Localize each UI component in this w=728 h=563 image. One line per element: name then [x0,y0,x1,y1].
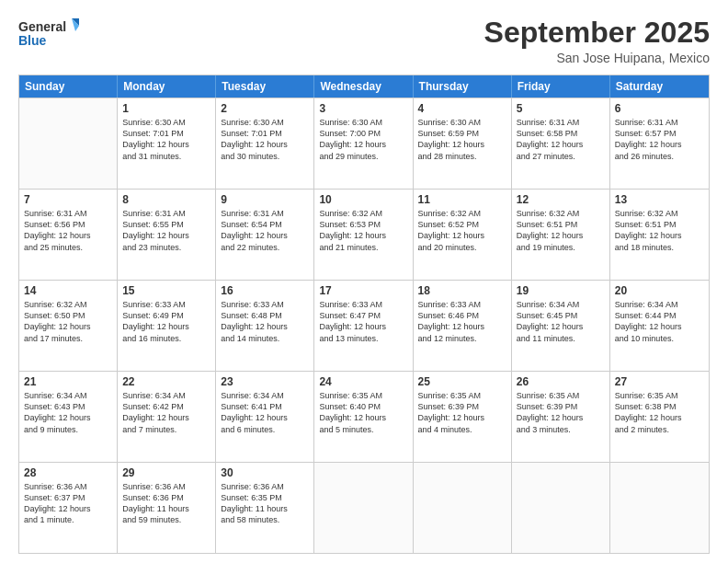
day-info: Sunrise: 6:32 AMSunset: 6:52 PMDaylight:… [418,208,506,253]
day-cell-5: 5Sunrise: 6:31 AMSunset: 6:58 PMDaylight… [512,98,610,189]
day-number: 5 [517,102,605,115]
day-cell-20: 20Sunrise: 6:34 AMSunset: 6:44 PMDayligh… [610,281,709,371]
empty-cell [19,98,118,189]
day-number: 9 [221,193,309,206]
day-number: 24 [319,375,407,388]
day-number: 26 [517,375,605,388]
day-info: Sunrise: 6:36 AMSunset: 6:35 PMDaylight:… [221,481,309,526]
day-cell-21: 21Sunrise: 6:34 AMSunset: 6:43 PMDayligh… [19,372,118,462]
day-info: Sunrise: 6:33 AMSunset: 6:47 PMDaylight:… [319,299,407,344]
day-info: Sunrise: 6:30 AMSunset: 7:01 PMDaylight:… [122,117,210,162]
day-info: Sunrise: 6:34 AMSunset: 6:43 PMDaylight:… [24,390,112,435]
day-info: Sunrise: 6:34 AMSunset: 6:42 PMDaylight:… [122,390,210,435]
week-row-5: 28Sunrise: 6:36 AMSunset: 6:37 PMDayligh… [19,462,709,553]
day-info: Sunrise: 6:36 AMSunset: 6:36 PMDaylight:… [122,481,210,526]
day-info: Sunrise: 6:31 AMSunset: 6:56 PMDaylight:… [24,208,112,253]
day-cell-29: 29Sunrise: 6:36 AMSunset: 6:36 PMDayligh… [118,463,216,553]
empty-cell [610,463,709,553]
day-number: 15 [122,284,210,297]
day-number: 8 [122,193,210,206]
day-cell-24: 24Sunrise: 6:35 AMSunset: 6:40 PMDayligh… [314,372,413,462]
day-number: 4 [418,102,506,115]
day-info: Sunrise: 6:32 AMSunset: 6:50 PMDaylight:… [24,299,112,344]
day-number: 28 [24,466,112,479]
day-info: Sunrise: 6:35 AMSunset: 6:39 PMDaylight:… [517,390,605,435]
day-number: 27 [615,375,704,388]
day-number: 22 [122,375,210,388]
day-cell-16: 16Sunrise: 6:33 AMSunset: 6:48 PMDayligh… [216,281,314,371]
day-cell-25: 25Sunrise: 6:35 AMSunset: 6:39 PMDayligh… [414,372,512,462]
page-header: General Blue September 2025 San Jose Hui… [18,17,710,65]
day-cell-1: 1Sunrise: 6:30 AMSunset: 7:01 PMDaylight… [118,98,216,189]
day-number: 21 [24,375,112,388]
day-cell-12: 12Sunrise: 6:32 AMSunset: 6:51 PMDayligh… [512,190,610,280]
week-row-2: 7Sunrise: 6:31 AMSunset: 6:56 PMDaylight… [19,189,709,280]
empty-cell [414,463,512,553]
day-info: Sunrise: 6:30 AMSunset: 6:59 PMDaylight:… [418,117,506,162]
day-cell-3: 3Sunrise: 6:30 AMSunset: 7:00 PMDaylight… [314,98,413,189]
day-number: 23 [221,375,309,388]
day-header-tuesday: Tuesday [216,75,314,98]
day-cell-15: 15Sunrise: 6:33 AMSunset: 6:49 PMDayligh… [118,281,216,371]
day-info: Sunrise: 6:34 AMSunset: 6:44 PMDaylight:… [615,299,704,344]
day-number: 10 [319,193,407,206]
day-cell-11: 11Sunrise: 6:32 AMSunset: 6:52 PMDayligh… [414,190,512,280]
day-info: Sunrise: 6:35 AMSunset: 6:38 PMDaylight:… [615,390,704,435]
day-number: 12 [517,193,605,206]
day-cell-2: 2Sunrise: 6:30 AMSunset: 7:01 PMDaylight… [216,98,314,189]
day-number: 17 [319,284,407,297]
day-number: 13 [615,193,704,206]
day-info: Sunrise: 6:32 AMSunset: 6:51 PMDaylight:… [517,208,605,253]
location: San Jose Huipana, Mexico [484,51,710,65]
day-cell-8: 8Sunrise: 6:31 AMSunset: 6:55 PMDaylight… [118,190,216,280]
svg-text:Blue: Blue [18,33,47,48]
day-number: 3 [319,102,407,115]
day-info: Sunrise: 6:36 AMSunset: 6:37 PMDaylight:… [24,481,112,526]
day-number: 1 [122,102,210,115]
day-number: 6 [615,102,704,115]
week-row-1: 1Sunrise: 6:30 AMSunset: 7:01 PMDaylight… [19,98,709,189]
calendar-body: 1Sunrise: 6:30 AMSunset: 7:01 PMDaylight… [19,98,709,553]
day-info: Sunrise: 6:33 AMSunset: 6:46 PMDaylight:… [418,299,506,344]
empty-cell [314,463,413,553]
day-info: Sunrise: 6:35 AMSunset: 6:40 PMDaylight:… [319,390,407,435]
day-cell-27: 27Sunrise: 6:35 AMSunset: 6:38 PMDayligh… [610,372,709,462]
day-header-sunday: Sunday [19,75,118,98]
day-number: 25 [418,375,506,388]
day-header-friday: Friday [512,75,610,98]
svg-text:General: General [18,19,66,34]
day-info: Sunrise: 6:33 AMSunset: 6:48 PMDaylight:… [221,299,309,344]
day-number: 16 [221,284,309,297]
day-info: Sunrise: 6:31 AMSunset: 6:58 PMDaylight:… [517,117,605,162]
day-info: Sunrise: 6:30 AMSunset: 7:01 PMDaylight:… [221,117,309,162]
day-cell-13: 13Sunrise: 6:32 AMSunset: 6:51 PMDayligh… [610,190,709,280]
day-cell-17: 17Sunrise: 6:33 AMSunset: 6:47 PMDayligh… [314,281,413,371]
day-cell-4: 4Sunrise: 6:30 AMSunset: 6:59 PMDaylight… [414,98,512,189]
day-cell-9: 9Sunrise: 6:31 AMSunset: 6:54 PMDaylight… [216,190,314,280]
logo-svg: General Blue [18,17,83,50]
day-cell-23: 23Sunrise: 6:34 AMSunset: 6:41 PMDayligh… [216,372,314,462]
day-cell-10: 10Sunrise: 6:32 AMSunset: 6:53 PMDayligh… [314,190,413,280]
day-info: Sunrise: 6:31 AMSunset: 6:54 PMDaylight:… [221,208,309,253]
day-cell-6: 6Sunrise: 6:31 AMSunset: 6:57 PMDaylight… [610,98,709,189]
day-number: 2 [221,102,309,115]
day-info: Sunrise: 6:33 AMSunset: 6:49 PMDaylight:… [122,299,210,344]
logo: General Blue [18,17,83,50]
day-cell-22: 22Sunrise: 6:34 AMSunset: 6:42 PMDayligh… [118,372,216,462]
day-number: 30 [221,466,309,479]
day-number: 11 [418,193,506,206]
week-row-3: 14Sunrise: 6:32 AMSunset: 6:50 PMDayligh… [19,280,709,371]
day-number: 14 [24,284,112,297]
calendar: SundayMondayTuesdayWednesdayThursdayFrid… [18,75,710,554]
day-cell-14: 14Sunrise: 6:32 AMSunset: 6:50 PMDayligh… [19,281,118,371]
day-number: 7 [24,193,112,206]
day-header-monday: Monday [118,75,216,98]
day-header-wednesday: Wednesday [314,75,413,98]
day-number: 29 [122,466,210,479]
day-info: Sunrise: 6:34 AMSunset: 6:41 PMDaylight:… [221,390,309,435]
empty-cell [512,463,610,553]
week-row-4: 21Sunrise: 6:34 AMSunset: 6:43 PMDayligh… [19,371,709,462]
day-info: Sunrise: 6:35 AMSunset: 6:39 PMDaylight:… [418,390,506,435]
month-title: September 2025 [484,17,710,49]
day-cell-7: 7Sunrise: 6:31 AMSunset: 6:56 PMDaylight… [19,190,118,280]
